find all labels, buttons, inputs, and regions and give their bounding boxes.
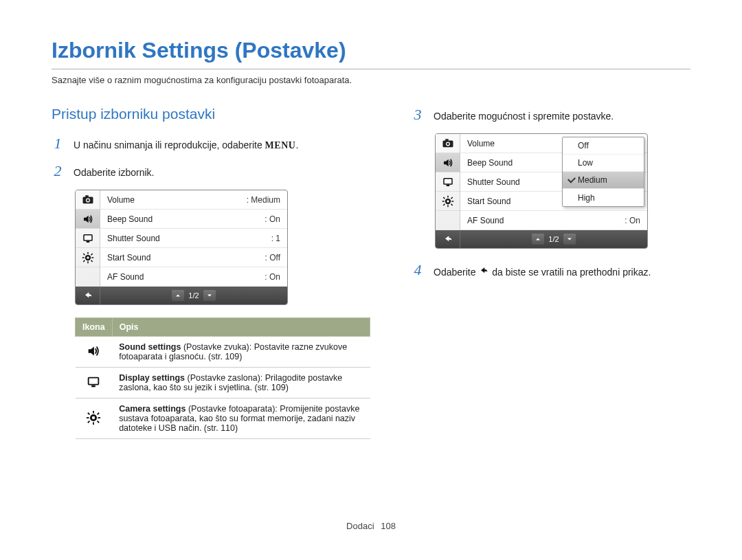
dropdown-option: High (563, 189, 644, 206)
lcd-row: AF Sound: On (100, 267, 287, 287)
page-title: Izbornik Settings (Postavke) (52, 38, 690, 69)
icon-description-table: Ikona Opis Sound settings (Postavke zvuk… (75, 317, 370, 439)
table-head-icon: Ikona (76, 318, 113, 337)
lcd-label: Beep Sound (107, 214, 265, 224)
sidebar-display-icon (76, 229, 100, 248)
lcd-value: : On (265, 214, 280, 224)
lcd-label: Shutter Sound (107, 234, 271, 243)
lcd-pager: 1/2 (100, 290, 287, 301)
step-text: Odaberite izbornik. (74, 166, 155, 180)
step-text-a: U načinu snimanja ili reprodukcije, odab… (74, 139, 265, 150)
step-3: 3 Odaberite mogućnost i spremite postavk… (412, 106, 690, 124)
dropdown-option: Low (563, 155, 644, 172)
table-row: Camera settings (Postavke fotoaparata): … (76, 399, 370, 439)
lcd-value: : Off (265, 253, 280, 262)
step-number: 2 (52, 162, 64, 180)
lcd-row: Beep Sound: On (100, 210, 287, 229)
row-desc: Display settings (Postavke zaslona): Pri… (112, 368, 370, 399)
step-text: U načinu snimanja ili reprodukcije, odab… (74, 139, 298, 153)
row-icon (76, 368, 113, 399)
table-head-desc: Opis (112, 318, 370, 337)
lcd-preview-2: VolumeBeep SoundShutter SoundStart Sound… (435, 133, 648, 249)
volume-dropdown: OffLowMediumHigh (562, 137, 644, 207)
page-footer: Dodaci 108 (0, 521, 742, 531)
table-row: Display settings (Postavke zaslona): Pri… (76, 368, 370, 399)
lcd-footer: 1/2 (76, 287, 287, 304)
lcd-label: AF Sound (107, 272, 265, 282)
dropdown-option: Off (563, 137, 644, 155)
row-desc: Camera settings (Postavke fotoaparata): … (112, 399, 370, 439)
lcd-label: Start Sound (107, 253, 265, 262)
step-text: Odaberite mogućnost i spremite postavke. (434, 110, 614, 124)
lcd-label: AF Sound (467, 216, 625, 225)
row-desc: Sound settings (Postavke zvuka): Postavi… (112, 337, 370, 368)
back-icon (76, 287, 100, 304)
step-text-a: Odaberite (434, 266, 478, 277)
back-icon (478, 265, 489, 280)
step-text-b: . (295, 139, 298, 150)
lcd-row: Volume: Medium (100, 190, 287, 210)
step-1: 1 U načinu snimanja ili reprodukcije, od… (52, 135, 370, 153)
page-down-icon (563, 234, 576, 245)
lcd-list: VolumeBeep SoundShutter SoundStart Sound… (460, 134, 647, 230)
lcd-sidebar (76, 190, 100, 287)
row-icon (76, 337, 113, 368)
page-down-icon (203, 290, 216, 301)
step-text: Odaberite da biste se vratili na prethod… (434, 265, 651, 280)
sidebar-sound-icon (76, 210, 100, 229)
footer-section: Dodaci (346, 521, 374, 531)
lcd-row: Start Sound: Off (100, 248, 287, 267)
page-up-icon (532, 234, 544, 245)
sidebar-camera-icon (436, 134, 460, 153)
page-subtitle: Saznajte više o raznim mogućnostima za k… (52, 75, 690, 85)
lcd-value: : Medium (247, 195, 280, 205)
sidebar-camera-icon (76, 190, 100, 210)
step-number: 1 (52, 135, 64, 153)
sidebar-gear-icon (76, 248, 100, 267)
row-icon (76, 399, 113, 439)
lcd-label: Volume (107, 195, 247, 205)
table-row: Sound settings (Postavke zvuka): Postavi… (76, 337, 370, 368)
dropdown-option: Medium (563, 172, 644, 189)
lcd-value: : 1 (271, 234, 280, 243)
step-number: 4 (412, 261, 424, 279)
step-2: 2 Odaberite izbornik. (52, 162, 370, 180)
pager-text: 1/2 (188, 291, 199, 300)
step-4: 4 Odaberite da biste se vratili na preth… (412, 261, 690, 280)
footer-page: 108 (381, 521, 396, 531)
lcd-row: AF Sound: On (460, 211, 647, 230)
step-text-b: da biste se vratili na prethodni prikaz. (489, 266, 651, 277)
lcd-value: : On (625, 216, 640, 225)
section-heading: Pristup izborniku postavki (52, 106, 370, 122)
menu-glyph: MENU (265, 139, 296, 153)
pager-text: 1/2 (548, 235, 559, 243)
sidebar-sound-icon (436, 153, 460, 172)
sidebar-gear-icon (436, 192, 460, 211)
step-number: 3 (412, 106, 424, 124)
lcd-pager: 1/2 (460, 234, 647, 245)
sidebar-display-icon (436, 172, 460, 192)
lcd-sidebar (436, 134, 460, 230)
back-icon (436, 230, 460, 248)
lcd-preview-1: Volume: MediumBeep Sound: OnShutter Soun… (75, 190, 288, 305)
lcd-footer: 1/2 (436, 230, 647, 248)
lcd-value: : On (265, 272, 280, 282)
lcd-row: Shutter Sound: 1 (100, 229, 287, 248)
page-up-icon (172, 290, 184, 301)
lcd-list: Volume: MediumBeep Sound: OnShutter Soun… (100, 190, 287, 287)
